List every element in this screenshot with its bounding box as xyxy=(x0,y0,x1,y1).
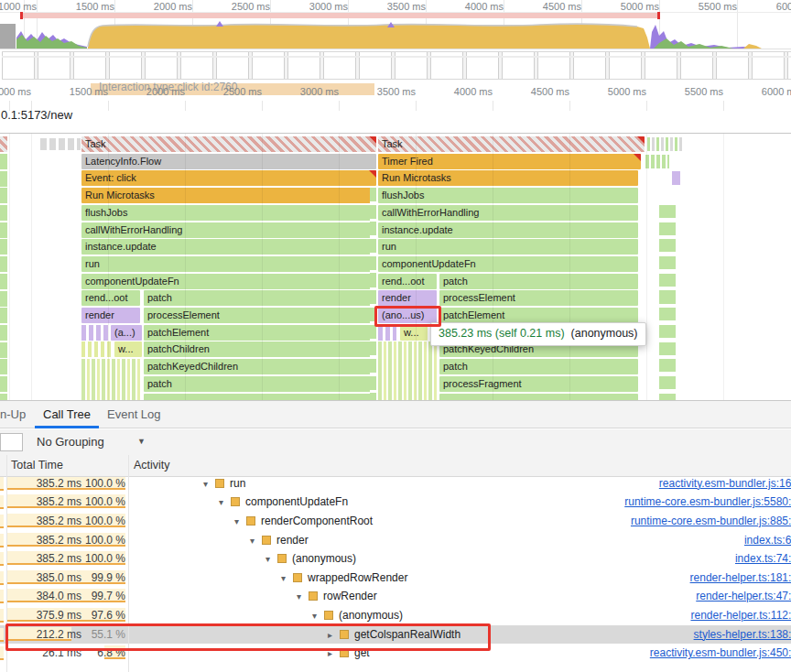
long-task-warning-icon xyxy=(637,136,645,144)
source-link[interactable]: reactivity.esm-bundler.js:450:2 xyxy=(650,644,791,663)
flame-bar-render-right[interactable]: render xyxy=(378,290,437,306)
devtools-performance-panel: 1000 ms 1500 ms 2000 ms 2500 ms 3000 ms … xyxy=(0,0,791,672)
overview-ruler-tick: 5500 ms xyxy=(673,1,737,12)
source-link[interactable]: styles-helper.ts:138:3 xyxy=(694,625,791,645)
flame-bar-partial-right[interactable] xyxy=(439,394,638,401)
function-icon xyxy=(277,554,287,563)
anonymous-call-slivers xyxy=(81,325,109,341)
flame-bar-latencyinfo-flow[interactable]: LatencyInfo.Flow xyxy=(81,154,376,169)
flame-bar-processfragment[interactable]: processFragment xyxy=(439,376,638,392)
flame-bar-rendercomponentroot-right[interactable]: rend...oot xyxy=(378,274,437,289)
call-tree-panel: n-Up Call Tree Event Log No Grouping ▼ T… xyxy=(0,400,791,672)
call-tree-row[interactable]: 385.2 ms100.0 % render index.ts:68 xyxy=(0,531,791,550)
flame-bar-run-right[interactable]: run xyxy=(378,239,638,255)
source-link[interactable]: index.ts:68 xyxy=(744,531,791,550)
flame-bar-run-microtasks-left[interactable]: Run Microtasks xyxy=(81,188,376,203)
call-tree-row[interactable]: 375.9 ms97.6 % (anonymous) render-helper… xyxy=(0,606,791,625)
source-link[interactable]: index.ts:74:1 xyxy=(735,549,791,569)
filter-input[interactable] xyxy=(0,433,23,451)
activity-name: get xyxy=(354,646,370,659)
expand-arrow-icon[interactable] xyxy=(219,493,231,513)
overview-longtask-band[interactable] xyxy=(20,13,660,18)
minor-tasks-slivers xyxy=(647,137,682,151)
expand-arrow-icon[interactable] xyxy=(312,607,324,626)
expand-arrow-icon[interactable] xyxy=(203,475,215,494)
expand-arrow-icon[interactable] xyxy=(250,532,262,551)
call-tree-row[interactable]: 384.0 ms99.7 % rowRender render-helper.t… xyxy=(0,587,791,606)
flame-bar-patch2-left[interactable]: patch xyxy=(144,376,375,392)
flame-bar-task-right[interactable]: Task xyxy=(378,136,645,152)
screenshot-filmstrip[interactable] xyxy=(2,51,791,80)
minor-frame-sliver xyxy=(672,171,680,185)
source-link[interactable]: render-helper.ts:47:2 xyxy=(696,587,791,606)
flame-bar-componentupdatefn-right[interactable]: componentUpdateFn xyxy=(378,256,638,272)
flame-chart[interactable]: Task LatencyInfo.Flow Event: click Run M… xyxy=(0,133,791,400)
flame-bar-run-microtasks-right[interactable]: Run Microtasks xyxy=(378,170,638,186)
tab-event-log[interactable]: Event Log xyxy=(107,407,161,421)
total-time-value: 384.0 ms xyxy=(37,587,81,606)
source-link[interactable]: render-helper.ts:112:2 xyxy=(690,606,791,625)
call-tree-row[interactable]: 385.2 ms100.0 % componentUpdateFn runtim… xyxy=(0,493,791,512)
call-tree-row[interactable]: 385.0 ms99.9 % wrappedRowRender render-h… xyxy=(0,569,791,588)
flame-bar-patch-right[interactable]: patch xyxy=(439,274,638,289)
flame-bar-callwitherrorhandling-left[interactable]: callWithErrorHandling xyxy=(81,222,376,238)
flame-bar-flushjobs-right[interactable]: flushJobs xyxy=(378,188,638,203)
flame-bar-flushjobs-left[interactable]: flushJobs xyxy=(81,205,376,221)
call-tree-row[interactable]: 385.2 ms100.0 % (anonymous) index.ts:74:… xyxy=(0,549,791,569)
call-tree-row[interactable]: 26.1 ms6.8 % get reactivity.esm-bundler.… xyxy=(0,644,791,663)
expand-arrow-icon[interactable] xyxy=(234,513,246,532)
tab-bottom-up[interactable]: n-Up xyxy=(0,407,26,421)
source-link[interactable]: runtime-core.esm-bundler.js:5580:3 xyxy=(624,493,791,512)
flame-bar-partial-left[interactable] xyxy=(144,394,375,401)
flame-bar-rendercomponentroot-left[interactable]: rend...oot xyxy=(81,290,140,306)
timeline-ruler-tick: 6000 ms xyxy=(736,86,791,97)
column-header-activity[interactable]: Activity xyxy=(134,459,170,471)
collapse-arrow-icon[interactable] xyxy=(328,645,340,664)
total-time-value: 375.9 ms xyxy=(37,606,81,625)
performance-tooltip: 385.23 ms (self 0.21 ms)(anonymous) xyxy=(430,322,646,346)
timeline-ruler-tick: 5500 ms xyxy=(659,86,723,97)
call-tree-row[interactable]: 385.2 ms100.0 % renderComponentRoot runt… xyxy=(0,512,791,531)
flame-bar-instance-update-right[interactable]: instance.update xyxy=(378,222,638,238)
collapse-arrow-icon[interactable] xyxy=(328,626,340,645)
expand-arrow-icon[interactable] xyxy=(297,588,309,607)
source-link[interactable]: render-helper.ts:181:2 xyxy=(690,569,791,588)
source-link[interactable]: runtime-core.esm-bundler.js:885:1 xyxy=(631,512,791,531)
call-tree-row-selected[interactable]: 212.2 ms55.1 % getColspanRealWidth style… xyxy=(0,625,791,645)
flame-bar-task-left[interactable]: Task xyxy=(81,136,376,152)
flame-bar-callwitherrorhandling-right[interactable]: callWithErrorHandling xyxy=(378,205,638,221)
timeline-ruler-tick: 1500 ms xyxy=(44,86,108,97)
flame-bar-w-right[interactable]: w... xyxy=(400,325,428,341)
flame-bar-run-left[interactable]: run xyxy=(81,256,376,272)
tab-call-tree[interactable]: Call Tree xyxy=(43,407,91,421)
activity-name: renderComponentRoot xyxy=(261,515,373,527)
flame-bar-patch-left[interactable]: patch xyxy=(144,290,375,306)
column-header-total-time[interactable]: Total Time xyxy=(11,459,63,471)
flame-bar-event-click[interactable]: Event: click xyxy=(81,170,376,186)
tooltip-function-name: (anonymous) xyxy=(571,327,638,340)
flame-bar-componentupdatefn-left[interactable]: componentUpdateFn xyxy=(81,274,376,289)
flame-bar-render-left[interactable]: render xyxy=(81,308,140,323)
flame-bar-anonymous-left[interactable]: (a...) xyxy=(111,325,142,341)
flame-bar-patchchildren-left[interactable]: patchChildren xyxy=(144,341,375,357)
total-time-value: 385.2 ms xyxy=(37,493,81,512)
grouping-select[interactable]: No Grouping xyxy=(37,435,104,449)
flame-bar-w-left[interactable]: w... xyxy=(114,341,142,357)
function-icon xyxy=(309,591,318,601)
minor-frames-slivers xyxy=(659,205,676,400)
cpu-activity-chart[interactable] xyxy=(0,19,791,49)
flame-bar-timer-fired[interactable]: Timer Fired xyxy=(378,154,641,169)
overview-ruler-tick: 6000 ms xyxy=(751,1,791,12)
expand-arrow-icon[interactable] xyxy=(265,550,277,569)
flame-bar-processelement-right[interactable]: processElement xyxy=(439,290,638,306)
flame-bar-patchkeyedchildren-left[interactable]: patchKeyedChildren xyxy=(144,359,375,374)
flame-bar-patchelement-right[interactable]: patchElement xyxy=(439,308,638,323)
expand-arrow-icon[interactable] xyxy=(281,569,293,589)
chevron-down-icon: ▼ xyxy=(137,437,146,446)
flame-bar-instance-update-left[interactable]: instance.update xyxy=(81,239,376,255)
flame-bar-patch2-right[interactable]: patch xyxy=(439,359,638,374)
flame-bar-patchelement-left[interactable]: patchElement xyxy=(144,325,375,341)
flame-bar-anonymous-selected[interactable]: (ano...us) xyxy=(378,308,437,323)
total-time-value: 212.2 ms xyxy=(37,625,81,645)
flame-bar-processelement-left[interactable]: processElement xyxy=(144,308,375,323)
